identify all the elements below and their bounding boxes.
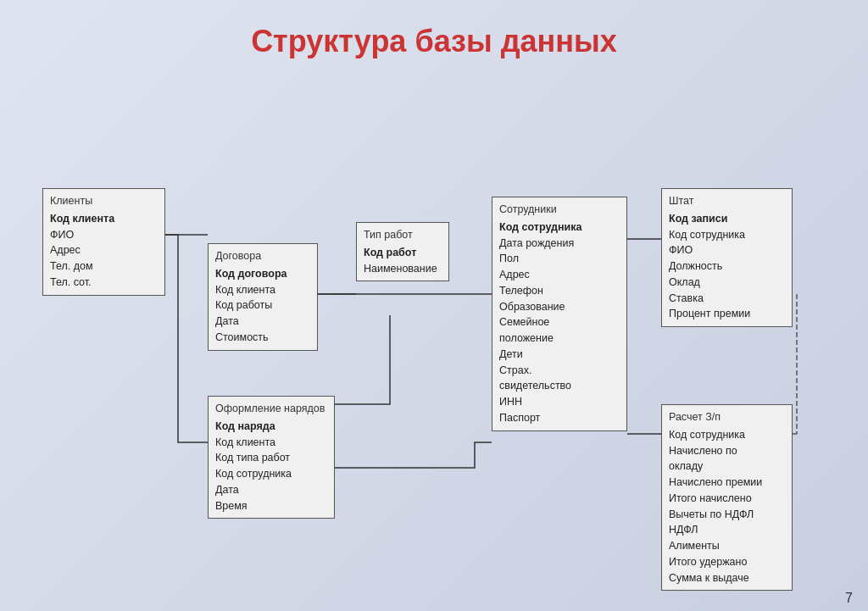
shtat-fio: ФИО (669, 242, 785, 258)
raschet-label: Расчет З/п (669, 409, 785, 425)
naryadov-sotr: Код сотрудника (215, 466, 327, 482)
tiprabot-label: Тип работ (364, 227, 442, 243)
dogovora-kod-kl: Код клиента (215, 282, 310, 298)
sotrudniki-box: Сотрудники Код сотрудника Дата рождения … (492, 197, 627, 431)
sotrudniki-obr: Образование (499, 299, 620, 315)
sotrudniki-svid: свидетельство (499, 378, 620, 394)
sotrudniki-data: Дата рождения (499, 236, 620, 252)
naryadov-box: Оформление нарядов Код наряда Код клиент… (208, 396, 335, 519)
page-title: Структура базы данных (17, 8, 851, 78)
shtat-procent: Процент премии (669, 306, 785, 322)
raschet-summa: Сумма к выдаче (669, 570, 785, 586)
raschet-box: Расчет З/п Код сотрудника Начислено по о… (661, 404, 793, 591)
klienty-tel-sot: Тел. сот. (50, 275, 158, 291)
dogovora-label: Договора (215, 248, 310, 264)
page: Структура базы данных Кл (0, 0, 868, 611)
dogovora-data: Дата (215, 314, 310, 330)
dogovora-stoimost: Стоимость (215, 330, 310, 346)
klienty-pk: Код клиента (50, 211, 158, 227)
raschet-itogo-nach: Итого начислено (669, 491, 785, 507)
raschet-alim: Алименты (669, 538, 785, 554)
sotrudniki-deti: Дети (499, 347, 620, 363)
sotrudniki-sem: Семейное (499, 314, 620, 330)
sotrudniki-adres: Адрес (499, 267, 620, 283)
sotrudniki-inn: ИНН (499, 394, 620, 410)
shtat-dolzh: Должность (669, 258, 785, 275)
raschet-vych: Вычеты по НДФЛ (669, 507, 785, 523)
dogovora-box: Договора Код договора Код клиента Код ра… (208, 243, 318, 351)
klienty-tel-dom: Тел. дом (50, 258, 158, 275)
shtat-label: Штат (669, 193, 785, 209)
naryadov-data: Дата (215, 482, 327, 498)
raschet-nach-prem: Начислено премии (669, 475, 785, 491)
dogovora-kod-rab: Код работы (215, 297, 310, 314)
raschet-okl2: окладу (669, 458, 785, 475)
shtat-stavka: Ставка (669, 291, 785, 307)
sotrudniki-pasport: Паспорт (499, 410, 620, 426)
sotrudniki-pol: Пол (499, 251, 620, 267)
page-number: 7 (845, 591, 853, 606)
raschet-itogo-ud: Итого удержано (669, 554, 785, 570)
naryadov-vremya: Время (215, 498, 327, 514)
klienty-adres: Адрес (50, 242, 158, 258)
raschet-ndfl: НДФЛ (669, 522, 785, 538)
sotrudniki-strakh: Страх. (499, 363, 620, 379)
raschet-nach-okl: Начислено по (669, 443, 785, 459)
naryadov-pk: Код наряда (215, 419, 327, 435)
tiprabot-box: Тип работ Код работ Наименование (356, 222, 449, 281)
shtat-oklad: Оклад (669, 275, 785, 291)
klienty-label: Клиенты (50, 193, 158, 209)
dogovora-pk: Код договора (215, 266, 310, 282)
tiprabot-pk: Код работ (364, 245, 442, 261)
diagram-area: Клиенты Код клиента ФИО Адрес Тел. дом Т… (17, 78, 851, 595)
sotrudniki-label: Сотрудники (499, 202, 620, 218)
shtat-pk: Код записи (669, 211, 785, 227)
sotrudniki-pk: Код сотрудника (499, 219, 620, 236)
shtat-box: Штат Код записи Код сотрудника ФИО Должн… (661, 188, 793, 327)
naryadov-kl: Код клиента (215, 435, 327, 451)
sotrudniki-tel: Телефон (499, 283, 620, 299)
sotrudniki-pol2: положение (499, 330, 620, 347)
raschet-kod: Код сотрудника (669, 427, 785, 443)
naryadov-label: Оформление нарядов (215, 401, 327, 417)
klienty-fio: ФИО (50, 227, 158, 243)
tiprabot-naim: Наименование (364, 261, 442, 277)
klienty-box: Клиенты Код клиента ФИО Адрес Тел. дом Т… (42, 188, 165, 296)
naryadov-tiprab: Код типа работ (215, 450, 327, 466)
shtat-kod-sotr: Код сотрудника (669, 227, 785, 243)
